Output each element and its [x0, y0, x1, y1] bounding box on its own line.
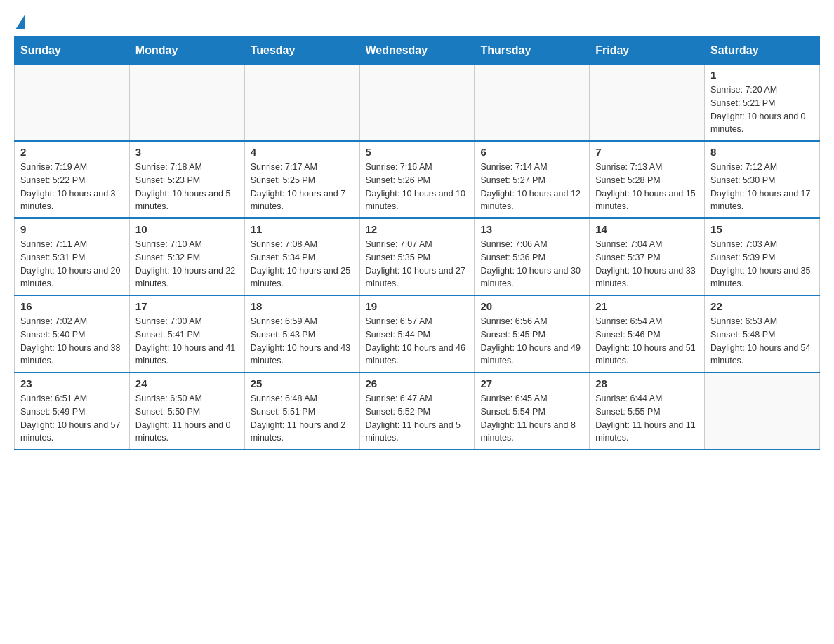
calendar-cell: 8Sunrise: 7:12 AMSunset: 5:30 PMDaylight… [705, 141, 820, 218]
day-number: 22 [710, 300, 814, 312]
calendar-cell: 9Sunrise: 7:11 AMSunset: 5:31 PMDaylight… [15, 218, 130, 295]
day-info: Sunrise: 7:02 AMSunset: 5:40 PMDaylight:… [20, 315, 124, 368]
calendar-table: SundayMondayTuesdayWednesdayThursdayFrid… [14, 36, 820, 450]
calendar-cell: 16Sunrise: 7:02 AMSunset: 5:40 PMDayligh… [15, 295, 130, 373]
calendar-cell: 21Sunrise: 6:54 AMSunset: 5:46 PMDayligh… [590, 295, 705, 373]
calendar-cell [475, 65, 590, 142]
calendar-cell: 27Sunrise: 6:45 AMSunset: 5:54 PMDayligh… [475, 373, 590, 450]
calendar-cell [705, 373, 820, 450]
day-info: Sunrise: 6:51 AMSunset: 5:49 PMDaylight:… [20, 392, 124, 445]
day-number: 14 [595, 223, 699, 235]
day-info: Sunrise: 7:11 AMSunset: 5:31 PMDaylight:… [20, 238, 124, 290]
calendar-cell: 17Sunrise: 7:00 AMSunset: 5:41 PMDayligh… [129, 295, 244, 373]
weekday-header-tuesday: Tuesday [244, 37, 359, 65]
day-number: 11 [251, 223, 354, 235]
day-number: 9 [20, 223, 124, 235]
calendar-cell [359, 65, 475, 142]
weekday-header-monday: Monday [129, 37, 244, 65]
calendar-cell: 3Sunrise: 7:18 AMSunset: 5:23 PMDaylight… [129, 141, 244, 218]
calendar-cell: 12Sunrise: 7:07 AMSunset: 5:35 PMDayligh… [359, 218, 475, 295]
day-info: Sunrise: 7:14 AMSunset: 5:27 PMDaylight:… [480, 161, 583, 213]
day-number: 5 [366, 146, 469, 158]
day-info: Sunrise: 7:12 AMSunset: 5:30 PMDaylight:… [710, 161, 814, 213]
day-info: Sunrise: 6:45 AMSunset: 5:54 PMDaylight:… [480, 392, 583, 445]
day-info: Sunrise: 7:17 AMSunset: 5:25 PMDaylight:… [251, 161, 354, 213]
logo [14, 14, 25, 29]
day-info: Sunrise: 7:18 AMSunset: 5:23 PMDaylight:… [135, 161, 239, 213]
day-info: Sunrise: 7:00 AMSunset: 5:41 PMDaylight:… [135, 315, 239, 368]
calendar-cell: 25Sunrise: 6:48 AMSunset: 5:51 PMDayligh… [244, 373, 359, 450]
calendar-cell: 15Sunrise: 7:03 AMSunset: 5:39 PMDayligh… [705, 218, 820, 295]
day-info: Sunrise: 7:13 AMSunset: 5:28 PMDaylight:… [595, 161, 699, 213]
day-number: 16 [20, 300, 124, 312]
day-info: Sunrise: 7:20 AMSunset: 5:21 PMDaylight:… [710, 83, 814, 136]
calendar-cell: 13Sunrise: 7:06 AMSunset: 5:36 PMDayligh… [475, 218, 590, 295]
calendar-cell: 10Sunrise: 7:10 AMSunset: 5:32 PMDayligh… [129, 218, 244, 295]
day-number: 6 [480, 146, 583, 158]
day-info: Sunrise: 7:03 AMSunset: 5:39 PMDaylight:… [710, 238, 814, 290]
day-info: Sunrise: 7:06 AMSunset: 5:36 PMDaylight:… [480, 238, 583, 290]
day-number: 12 [366, 223, 469, 235]
day-info: Sunrise: 6:59 AMSunset: 5:43 PMDaylight:… [251, 315, 354, 368]
day-number: 26 [366, 377, 469, 389]
day-number: 24 [135, 377, 239, 389]
day-number: 18 [251, 300, 354, 312]
calendar-cell: 28Sunrise: 6:44 AMSunset: 5:55 PMDayligh… [590, 373, 705, 450]
calendar-week-row: 1Sunrise: 7:20 AMSunset: 5:21 PMDaylight… [15, 65, 820, 142]
calendar-cell: 18Sunrise: 6:59 AMSunset: 5:43 PMDayligh… [244, 295, 359, 373]
day-info: Sunrise: 6:47 AMSunset: 5:52 PMDaylight:… [366, 392, 469, 445]
calendar-cell: 20Sunrise: 6:56 AMSunset: 5:45 PMDayligh… [475, 295, 590, 373]
day-info: Sunrise: 6:44 AMSunset: 5:55 PMDaylight:… [595, 392, 699, 445]
calendar-cell: 22Sunrise: 6:53 AMSunset: 5:48 PMDayligh… [705, 295, 820, 373]
calendar-cell: 5Sunrise: 7:16 AMSunset: 5:26 PMDaylight… [359, 141, 475, 218]
weekday-header-sunday: Sunday [15, 37, 130, 65]
weekday-header-wednesday: Wednesday [359, 37, 475, 65]
calendar-cell: 1Sunrise: 7:20 AMSunset: 5:21 PMDaylight… [705, 65, 820, 142]
day-number: 27 [480, 377, 583, 389]
calendar-cell [244, 65, 359, 142]
calendar-cell: 2Sunrise: 7:19 AMSunset: 5:22 PMDaylight… [15, 141, 130, 218]
day-info: Sunrise: 7:04 AMSunset: 5:37 PMDaylight:… [595, 238, 699, 290]
day-number: 3 [135, 146, 239, 158]
day-number: 13 [480, 223, 583, 235]
day-number: 4 [251, 146, 354, 158]
calendar-cell: 11Sunrise: 7:08 AMSunset: 5:34 PMDayligh… [244, 218, 359, 295]
calendar-cell [129, 65, 244, 142]
calendar-cell: 14Sunrise: 7:04 AMSunset: 5:37 PMDayligh… [590, 218, 705, 295]
logo-blue-text [14, 14, 25, 29]
day-number: 20 [480, 300, 583, 312]
day-info: Sunrise: 7:19 AMSunset: 5:22 PMDaylight:… [20, 161, 124, 213]
day-info: Sunrise: 6:57 AMSunset: 5:44 PMDaylight:… [366, 315, 469, 368]
calendar-cell: 26Sunrise: 6:47 AMSunset: 5:52 PMDayligh… [359, 373, 475, 450]
day-number: 28 [595, 377, 699, 389]
day-info: Sunrise: 7:07 AMSunset: 5:35 PMDaylight:… [366, 238, 469, 290]
weekday-header-saturday: Saturday [705, 37, 820, 65]
day-number: 25 [251, 377, 354, 389]
page-header [14, 14, 820, 29]
calendar-header-row: SundayMondayTuesdayWednesdayThursdayFrid… [15, 37, 820, 65]
day-number: 15 [710, 223, 814, 235]
day-info: Sunrise: 6:48 AMSunset: 5:51 PMDaylight:… [251, 392, 354, 445]
calendar-cell: 23Sunrise: 6:51 AMSunset: 5:49 PMDayligh… [15, 373, 130, 450]
day-info: Sunrise: 6:53 AMSunset: 5:48 PMDaylight:… [710, 315, 814, 368]
day-number: 17 [135, 300, 239, 312]
calendar-cell: 4Sunrise: 7:17 AMSunset: 5:25 PMDaylight… [244, 141, 359, 218]
weekday-header-friday: Friday [590, 37, 705, 65]
calendar-week-row: 23Sunrise: 6:51 AMSunset: 5:49 PMDayligh… [15, 373, 820, 450]
day-number: 23 [20, 377, 124, 389]
day-number: 21 [595, 300, 699, 312]
day-number: 2 [20, 146, 124, 158]
calendar-week-row: 16Sunrise: 7:02 AMSunset: 5:40 PMDayligh… [15, 295, 820, 373]
weekday-header-thursday: Thursday [475, 37, 590, 65]
calendar-cell: 19Sunrise: 6:57 AMSunset: 5:44 PMDayligh… [359, 295, 475, 373]
day-info: Sunrise: 7:10 AMSunset: 5:32 PMDaylight:… [135, 238, 239, 290]
calendar-cell: 7Sunrise: 7:13 AMSunset: 5:28 PMDaylight… [590, 141, 705, 218]
day-number: 19 [366, 300, 469, 312]
calendar-week-row: 2Sunrise: 7:19 AMSunset: 5:22 PMDaylight… [15, 141, 820, 218]
day-info: Sunrise: 6:56 AMSunset: 5:45 PMDaylight:… [480, 315, 583, 368]
calendar-cell [590, 65, 705, 142]
day-info: Sunrise: 6:50 AMSunset: 5:50 PMDaylight:… [135, 392, 239, 445]
day-number: 10 [135, 223, 239, 235]
day-number: 8 [710, 146, 814, 158]
calendar-week-row: 9Sunrise: 7:11 AMSunset: 5:31 PMDaylight… [15, 218, 820, 295]
